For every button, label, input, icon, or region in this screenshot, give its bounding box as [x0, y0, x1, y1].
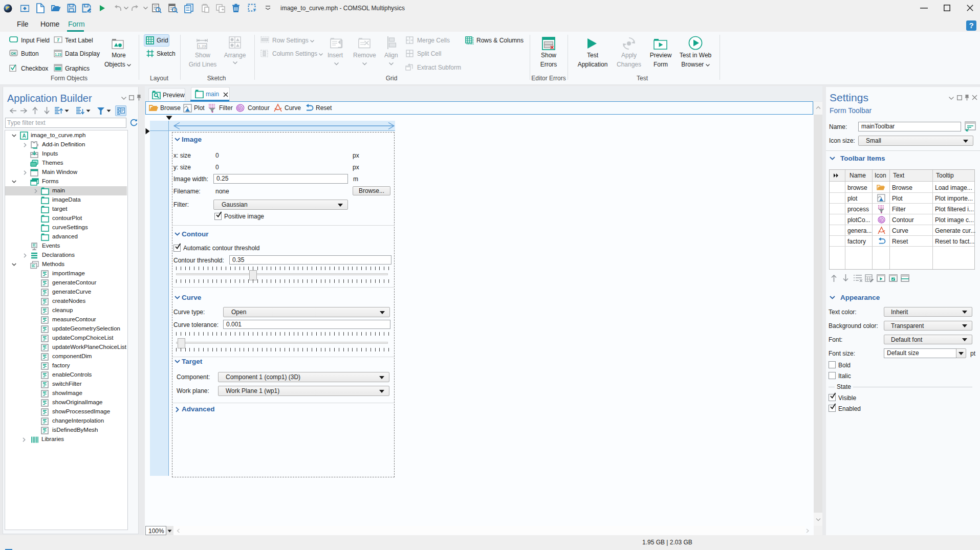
- svg-text:OK: OK: [11, 52, 16, 55]
- svg-text:A: A: [22, 133, 26, 139]
- svg-text:T: T: [57, 37, 60, 42]
- svg-text:1.23: 1.23: [198, 44, 206, 49]
- svg-text:1.23: 1.23: [55, 53, 61, 56]
